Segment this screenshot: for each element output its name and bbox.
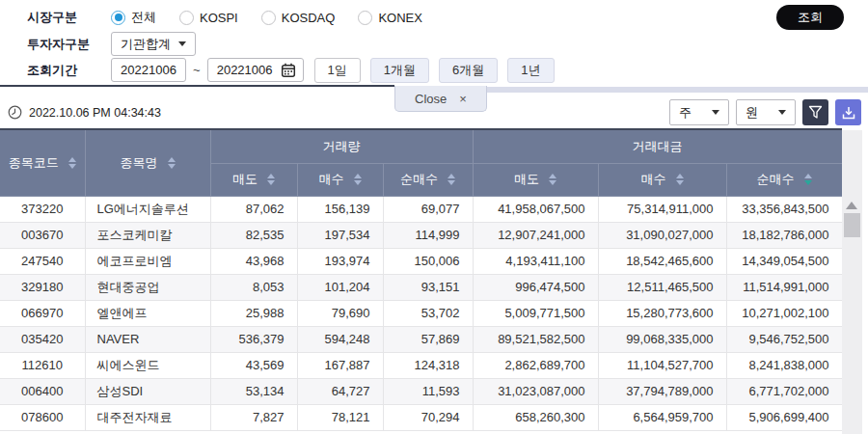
filter-button[interactable] bbox=[802, 99, 828, 125]
table-row[interactable]: 373220LG에너지솔루션87,062156,13969,07741,958,… bbox=[0, 196, 842, 222]
cell-stock-code: 078600 bbox=[0, 404, 85, 430]
cell-stock-code: 066970 bbox=[0, 300, 85, 326]
cell-stock-name: 에코프로비엠 bbox=[85, 248, 210, 274]
cell-stock-code: 035420 bbox=[0, 326, 85, 352]
tilde-separator: ~ bbox=[193, 63, 201, 77]
cell-number: 150,006 bbox=[383, 248, 473, 274]
radio-market-kospi[interactable]: KOSPI bbox=[179, 11, 238, 25]
chevron-down-icon bbox=[778, 110, 786, 115]
date-from-input[interactable] bbox=[111, 58, 186, 82]
sort-icon[interactable] bbox=[448, 174, 455, 185]
cell-number: 11,514,991,000 bbox=[726, 274, 842, 300]
cell-number: 57,869 bbox=[383, 326, 473, 352]
table-row[interactable]: 066970엘앤에프25,98879,69053,7025,009,771,50… bbox=[0, 300, 842, 326]
range-6month-button[interactable]: 6개월 bbox=[439, 58, 498, 83]
vertical-scrollbar[interactable] bbox=[842, 130, 862, 434]
col-header-volume-sell[interactable]: 매도 bbox=[210, 163, 297, 196]
cell-number: 658,260,300 bbox=[473, 404, 598, 430]
table-toolbar: 주 원 bbox=[669, 99, 861, 125]
investor-type-select[interactable]: 기관합계 bbox=[111, 32, 196, 56]
tab-close[interactable]: Close × bbox=[394, 86, 487, 112]
download-icon bbox=[841, 105, 856, 121]
sort-icon[interactable] bbox=[676, 174, 684, 185]
sort-icon[interactable] bbox=[354, 174, 362, 185]
close-icon[interactable]: × bbox=[459, 92, 467, 106]
table-row[interactable]: 006400삼성SDI53,13464,72711,59331,023,087,… bbox=[0, 378, 842, 404]
col-header-volume-net[interactable]: 순매수 bbox=[383, 163, 473, 196]
cell-number: 43,968 bbox=[210, 248, 297, 274]
radio-label: KOSPI bbox=[200, 11, 238, 25]
cell-number: 7,827 bbox=[210, 404, 297, 430]
chevron-down-icon bbox=[178, 41, 186, 46]
sort-icon[interactable] bbox=[549, 174, 556, 185]
investor-type-value: 기관합계 bbox=[121, 36, 171, 53]
cell-stock-name: 포스코케미칼 bbox=[85, 222, 210, 248]
cell-number: 167,887 bbox=[297, 352, 383, 378]
range-button-group: 1일 1개월 6개월 1년 bbox=[314, 58, 555, 83]
cell-number: 101,204 bbox=[297, 274, 383, 300]
cell-number: 64,727 bbox=[297, 378, 383, 404]
calendar-button[interactable] bbox=[281, 63, 296, 78]
unit-currency-select[interactable]: 원 bbox=[736, 99, 796, 125]
cell-number: 124,318 bbox=[383, 352, 473, 378]
table-row[interactable]: 003670포스코케미칼82,535197,534114,99912,907,2… bbox=[0, 222, 842, 248]
col-header-name[interactable]: 종목명 bbox=[85, 130, 210, 196]
cell-number: 6,771,702,000 bbox=[726, 378, 842, 404]
radio-icon bbox=[261, 11, 276, 25]
range-1month-button[interactable]: 1개월 bbox=[370, 58, 429, 83]
cell-number: 11,593 bbox=[383, 378, 473, 404]
cell-number: 25,988 bbox=[210, 300, 297, 326]
group-header-volume: 거래량 bbox=[210, 130, 473, 163]
cell-stock-code: 329180 bbox=[0, 274, 85, 300]
cell-number: 82,535 bbox=[210, 222, 297, 248]
cell-number: 70,294 bbox=[383, 404, 473, 430]
unit-period-value: 주 bbox=[679, 104, 692, 122]
cell-number: 37,794,789,000 bbox=[598, 378, 726, 404]
table-row[interactable]: 329180현대중공업8,053101,20493,151996,474,500… bbox=[0, 274, 842, 300]
col-header-value-net[interactable]: 순매수 bbox=[726, 163, 842, 196]
cell-number: 11,104,527,700 bbox=[598, 352, 726, 378]
filter-icon bbox=[808, 105, 823, 120]
radio-market-kosdaq[interactable]: KOSDAQ bbox=[261, 11, 336, 25]
radio-icon bbox=[179, 11, 194, 25]
table-row[interactable]: 112610씨에스윈드43,569167,887124,3182,862,689… bbox=[0, 352, 842, 378]
table-row[interactable]: 035420NAVER536,379594,24857,86989,521,58… bbox=[0, 326, 842, 352]
sort-icon[interactable] bbox=[168, 157, 176, 169]
date-to-input[interactable] bbox=[215, 63, 275, 77]
cell-number: 75,314,911,000 bbox=[598, 196, 726, 222]
cell-stock-name: 엘앤에프 bbox=[85, 300, 210, 326]
cell-stock-name: NAVER bbox=[85, 326, 210, 352]
cell-number: 31,023,087,000 bbox=[473, 378, 598, 404]
cell-number: 114,999 bbox=[383, 222, 473, 248]
cell-number: 41,958,067,500 bbox=[473, 196, 598, 222]
cell-stock-name: 현대중공업 bbox=[85, 274, 210, 300]
radio-selected-icon bbox=[111, 11, 125, 25]
table-row[interactable]: 078600대주전자재료7,82778,12170,294658,260,300… bbox=[0, 404, 842, 430]
cell-number: 12,511,465,500 bbox=[598, 274, 726, 300]
table-row[interactable]: 247540에코프로비엠43,968193,974150,0064,193,41… bbox=[0, 248, 842, 274]
col-header-value-sell[interactable]: 매도 bbox=[473, 163, 598, 196]
scrollbar-thumb[interactable] bbox=[844, 213, 860, 237]
cell-number: 8,241,838,000 bbox=[726, 352, 842, 378]
col-header-volume-buy[interactable]: 매수 bbox=[297, 163, 383, 196]
range-1year-button[interactable]: 1년 bbox=[507, 58, 554, 83]
cell-stock-name: 삼성SDI bbox=[85, 378, 210, 404]
cell-number: 14,349,054,500 bbox=[726, 248, 842, 274]
col-header-value-buy[interactable]: 매수 bbox=[598, 163, 726, 196]
calendar-icon bbox=[281, 63, 296, 78]
search-button[interactable]: 조회 bbox=[776, 5, 844, 30]
radio-market-all[interactable]: 전체 bbox=[111, 9, 156, 26]
sort-icon[interactable] bbox=[267, 174, 275, 185]
cell-number: 8,053 bbox=[210, 274, 297, 300]
period-label: 조회기간 bbox=[27, 62, 111, 79]
cell-stock-code: 003670 bbox=[0, 222, 85, 248]
scroll-up-icon[interactable] bbox=[846, 202, 857, 209]
cell-number: 5,009,771,500 bbox=[473, 300, 598, 326]
radio-market-konex[interactable]: KONEX bbox=[358, 11, 422, 25]
download-button[interactable] bbox=[835, 99, 861, 125]
range-1day-button[interactable]: 1일 bbox=[314, 58, 361, 83]
sort-icon-active[interactable] bbox=[804, 174, 812, 185]
col-header-code[interactable]: 종목코드 bbox=[0, 130, 85, 196]
unit-period-select[interactable]: 주 bbox=[669, 99, 729, 125]
sort-icon[interactable] bbox=[68, 157, 76, 169]
